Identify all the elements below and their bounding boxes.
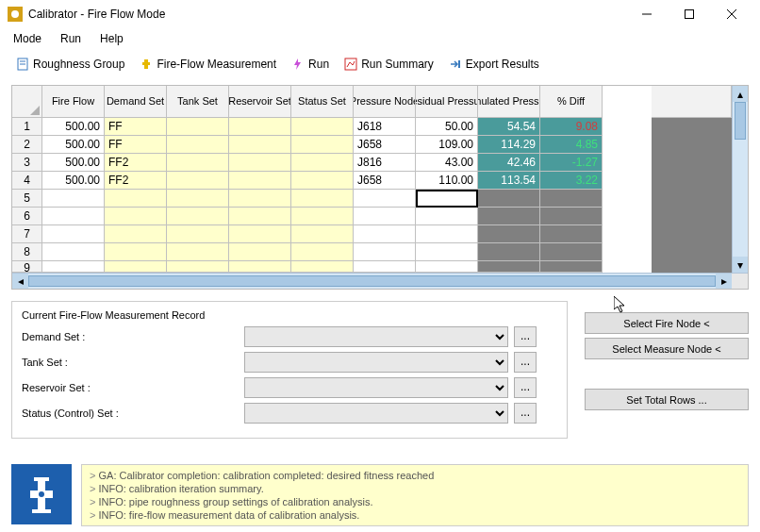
row-header[interactable]: 6 bbox=[12, 208, 42, 225]
cell[interactable] bbox=[105, 243, 167, 261]
cell[interactable] bbox=[354, 243, 416, 261]
cell[interactable] bbox=[478, 190, 540, 208]
cell[interactable] bbox=[354, 208, 416, 225]
cell[interactable]: 500.00 bbox=[42, 172, 105, 190]
row-header[interactable]: 8 bbox=[12, 243, 42, 261]
tab-roughness[interactable]: Roughness Group bbox=[9, 54, 131, 75]
cell[interactable]: J658 bbox=[354, 136, 416, 154]
col-fireflow[interactable]: Fire Flow bbox=[42, 86, 105, 118]
cell[interactable] bbox=[291, 243, 354, 261]
demand-select[interactable] bbox=[244, 326, 508, 347]
cell[interactable] bbox=[167, 243, 229, 261]
reservoir-select[interactable] bbox=[244, 377, 508, 398]
cell[interactable] bbox=[229, 261, 291, 273]
data-table[interactable]: Fire Flow Demand Set Tank Set Reservoir … bbox=[11, 85, 749, 290]
scroll-thumb[interactable] bbox=[735, 102, 746, 140]
cell[interactable] bbox=[229, 172, 291, 190]
cell[interactable] bbox=[105, 261, 167, 273]
tank-select[interactable] bbox=[244, 352, 508, 373]
cell[interactable]: 42.46 bbox=[478, 154, 540, 172]
cell[interactable] bbox=[540, 261, 603, 273]
cell[interactable] bbox=[478, 261, 540, 273]
menu-help[interactable]: Help bbox=[92, 30, 131, 47]
cell[interactable] bbox=[478, 243, 540, 261]
cell[interactable]: 500.00 bbox=[42, 154, 105, 172]
row-header[interactable]: 3 bbox=[12, 154, 42, 172]
cell[interactable] bbox=[167, 225, 229, 243]
col-pnode[interactable]: Pressure Node bbox=[354, 86, 416, 118]
cell[interactable] bbox=[291, 136, 354, 154]
cell[interactable]: FF bbox=[105, 136, 167, 154]
cell[interactable] bbox=[167, 172, 229, 190]
col-reservoir[interactable]: Reservoir Set bbox=[229, 86, 291, 118]
tab-runsummary[interactable]: Run Summary bbox=[338, 54, 440, 75]
col-residual[interactable]: Residual Pressure bbox=[416, 86, 478, 118]
cell[interactable] bbox=[229, 118, 291, 136]
tab-export[interactable]: Export Results bbox=[442, 54, 546, 75]
row-header[interactable]: 4 bbox=[12, 172, 42, 190]
cell[interactable] bbox=[105, 225, 167, 243]
cell[interactable]: J816 bbox=[354, 154, 416, 172]
col-demand[interactable]: Demand Set bbox=[105, 86, 167, 118]
cell[interactable]: 43.00 bbox=[416, 154, 478, 172]
cell[interactable]: -1.27 bbox=[540, 154, 603, 172]
cell[interactable] bbox=[354, 225, 416, 243]
cell[interactable] bbox=[540, 208, 603, 225]
cell[interactable] bbox=[540, 190, 603, 208]
cell[interactable] bbox=[167, 208, 229, 225]
cell[interactable] bbox=[42, 243, 105, 261]
cell[interactable]: J618 bbox=[354, 118, 416, 136]
minimize-button[interactable] bbox=[625, 0, 668, 28]
cell[interactable] bbox=[291, 261, 354, 273]
col-simulated[interactable]: Simulated Pressure bbox=[478, 86, 540, 118]
cell[interactable] bbox=[291, 225, 354, 243]
cell[interactable] bbox=[229, 136, 291, 154]
active-cell[interactable] bbox=[416, 190, 478, 208]
cell[interactable] bbox=[416, 261, 478, 273]
menu-mode[interactable]: Mode bbox=[6, 30, 49, 47]
cell[interactable] bbox=[167, 261, 229, 273]
cell[interactable] bbox=[354, 190, 416, 208]
row-header[interactable]: 9 bbox=[12, 261, 42, 273]
cell[interactable] bbox=[42, 190, 105, 208]
cell[interactable] bbox=[229, 208, 291, 225]
row-header[interactable]: 2 bbox=[12, 136, 42, 154]
scroll-thumb[interactable] bbox=[28, 275, 716, 287]
cell[interactable] bbox=[291, 208, 354, 225]
cell[interactable]: 9.08 bbox=[540, 118, 603, 136]
status-browse-button[interactable]: ... bbox=[514, 403, 537, 424]
cell[interactable] bbox=[354, 261, 416, 273]
select-all-corner[interactable] bbox=[12, 86, 42, 118]
cell[interactable] bbox=[540, 243, 603, 261]
col-tank[interactable]: Tank Set bbox=[167, 86, 229, 118]
cell[interactable]: 50.00 bbox=[416, 118, 478, 136]
status-select[interactable] bbox=[244, 403, 508, 424]
cell[interactable] bbox=[229, 225, 291, 243]
col-diff[interactable]: % Diff bbox=[540, 86, 603, 118]
tab-fireflow[interactable]: Fire-Flow Measurement bbox=[133, 54, 283, 75]
cell[interactable]: 114.29 bbox=[478, 136, 540, 154]
scroll-left-icon[interactable]: ◂ bbox=[12, 274, 28, 289]
horizontal-scrollbar[interactable]: ◂ ▸ bbox=[12, 273, 748, 289]
maximize-button[interactable] bbox=[668, 0, 710, 28]
cell[interactable] bbox=[105, 208, 167, 225]
cell[interactable] bbox=[167, 154, 229, 172]
cell[interactable] bbox=[291, 118, 354, 136]
set-total-rows-button[interactable]: Set Total Rows ... bbox=[585, 389, 749, 410]
cell[interactable] bbox=[291, 190, 354, 208]
vertical-scrollbar[interactable]: ▴ ▾ bbox=[732, 86, 748, 273]
scroll-right-icon[interactable]: ▸ bbox=[716, 274, 732, 289]
scroll-down-icon[interactable]: ▾ bbox=[733, 257, 748, 273]
demand-browse-button[interactable]: ... bbox=[514, 326, 537, 347]
cell[interactable] bbox=[229, 190, 291, 208]
cell[interactable]: 113.54 bbox=[478, 172, 540, 190]
cell[interactable]: 109.00 bbox=[416, 136, 478, 154]
close-button[interactable] bbox=[710, 0, 752, 28]
cell[interactable]: 500.00 bbox=[42, 118, 105, 136]
cell[interactable]: FF2 bbox=[105, 172, 167, 190]
cell[interactable] bbox=[42, 225, 105, 243]
cell[interactable] bbox=[167, 136, 229, 154]
cell[interactable]: 4.85 bbox=[540, 136, 603, 154]
cell[interactable]: 500.00 bbox=[42, 136, 105, 154]
col-status[interactable]: Status Set bbox=[291, 86, 354, 118]
